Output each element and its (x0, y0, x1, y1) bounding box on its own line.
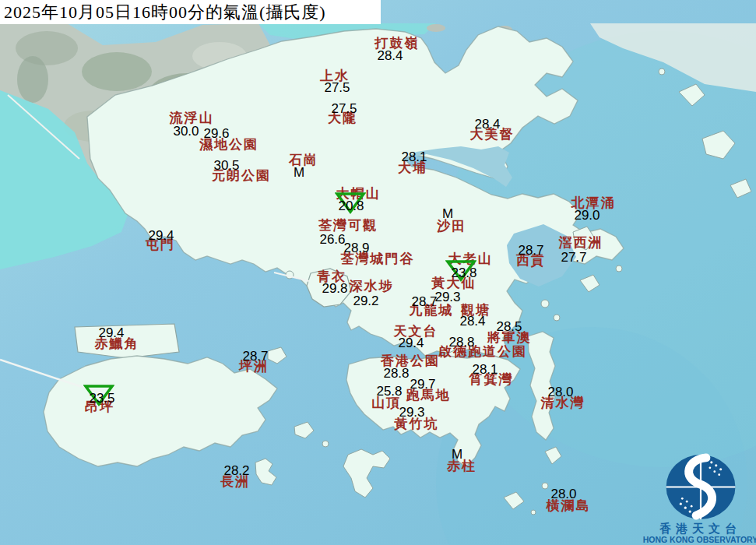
station-value: 28.9 (343, 241, 369, 255)
station-value: 28.7 (242, 350, 268, 363)
station-value: 28.7 (411, 295, 437, 308)
hko-logo: 香港天文台 HONG KONG OBSERVATORY (645, 453, 756, 545)
station-value: 29.6 (203, 127, 229, 140)
station-value: 28.4 (474, 118, 500, 131)
station-value: M (294, 166, 304, 179)
station-value: 20.8 (338, 199, 364, 213)
station-value: M (452, 448, 462, 461)
logo-text-english: HONG KONG OBSERVATORY (643, 535, 756, 545)
station-value: 25.8 (376, 385, 402, 398)
station-value: 30.5 (213, 159, 239, 172)
station-name: 沙田 (437, 220, 466, 233)
station-value: 28.4 (459, 315, 485, 328)
station-value: 28.0 (547, 385, 573, 399)
station-layer: 28.4打鼓嶺27.5上水27.5大隴30.0流浮山29.6濕地公園28.4大美… (0, 0, 756, 545)
station-value: 28.8 (448, 336, 474, 349)
station-name: 深水埗 (350, 280, 394, 293)
station-value: 29.2 (353, 294, 378, 308)
station-value: 28.2 (223, 464, 249, 477)
station-value: 29.7 (410, 378, 435, 391)
map-title: 2025年10月05日16時00分的氣溫(攝氏度) (0, 1, 326, 24)
station-value: 28.5 (496, 320, 522, 333)
temperature-map-screen: 2025年10月05日16時00分的氣溫(攝氏度) 28.4打鼓嶺27.5上水2… (0, 0, 756, 545)
station-name: 滘西洲 (559, 236, 603, 249)
station-value: 28.7 (518, 244, 543, 257)
station-value: M (442, 207, 453, 220)
station-value: 29.4 (148, 229, 174, 242)
station-value: 23.5 (89, 392, 114, 405)
station-name: 荃灣可觀 (318, 219, 378, 232)
station-value: 23.8 (451, 266, 476, 280)
station-value: 29.3 (399, 406, 424, 419)
station-value: 29.0 (574, 209, 600, 222)
station-value: 28.1 (401, 150, 427, 164)
station-value: 28.8 (383, 367, 409, 380)
station-value: 27.7 (561, 251, 586, 264)
title-bar: 2025年10月05日16時00分的氣溫(攝氏度) (0, 0, 381, 24)
station-value: 29.4 (98, 326, 124, 339)
station-name: 流浮山 (170, 111, 214, 125)
hko-logo-icon (663, 453, 738, 522)
station-value: 29.4 (398, 336, 424, 350)
station-value: 28.1 (472, 363, 498, 376)
station-value: 29.3 (434, 290, 460, 304)
station-value: 27.5 (331, 102, 357, 115)
station-value: 26.6 (319, 233, 345, 246)
station-value: 28.0 (550, 487, 576, 501)
logo-text-chinese: 香港天文台 (659, 522, 741, 536)
station-value: 27.5 (324, 81, 350, 94)
station-value: 29.8 (322, 282, 347, 295)
station-value: 30.0 (173, 125, 199, 138)
station-value: 28.4 (377, 49, 403, 62)
